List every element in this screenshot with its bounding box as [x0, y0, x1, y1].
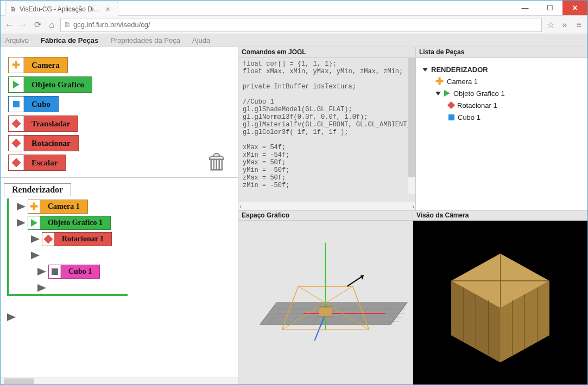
diamond-icon	[43, 235, 53, 244]
chevron-left-icon[interactable]: ‹	[239, 203, 242, 210]
play-icon	[31, 219, 37, 227]
tree-item-rotacionar-1[interactable]: Rotacionar 1	[420, 99, 583, 111]
square-icon	[52, 268, 58, 275]
ws-rotacionar-1[interactable]: Rotacionar 1	[42, 232, 112, 246]
diamond-icon	[11, 119, 21, 129]
object-tree[interactable]: RENDERIZADOR ✚Camera 1 Objeto Grafico 1 …	[416, 58, 587, 210]
forward-icon[interactable]: →	[18, 20, 29, 30]
object-tree-title: Lista de Peças	[416, 47, 587, 58]
close-button[interactable]: ×	[562, 1, 587, 15]
ws-objeto-grafico-1[interactable]: Objeto Grafico 1	[28, 216, 111, 230]
browser-toolbar: ← → ⟳ ⌂ 🗎 gcg.inf.furb.br/visedu/cg/ ☆ »…	[1, 16, 587, 34]
menu-fabrica[interactable]: Fábrica de Peças	[41, 36, 98, 44]
tree-item-objeto-grafico-1[interactable]: Objeto Grafico 1	[420, 87, 583, 99]
ws-camera-1[interactable]: ✚Camera 1	[28, 200, 88, 214]
camera-view-title: Visão da Câmera	[413, 211, 587, 221]
arrow-icon	[37, 284, 46, 292]
address-bar[interactable]: 🗎 gcg.inf.furb.br/visedu/cg/	[60, 18, 542, 32]
piece-objeto-grafico[interactable]: Objeto Grafico	[8, 76, 92, 93]
arrow-icon	[17, 203, 26, 210]
arrow-icon	[37, 268, 46, 275]
caret-down-icon	[435, 92, 441, 95]
code-panel-title: Comandos em JOGL	[238, 47, 415, 58]
diamond-icon	[447, 101, 455, 109]
workspace-scrollbar[interactable]	[1, 377, 238, 384]
file-icon: 🗎	[10, 5, 16, 13]
app-menubar: Arquivo Fábrica de Peças Propriedades da…	[1, 34, 587, 47]
menu-icon[interactable]: ≡	[573, 20, 584, 30]
menu-arquivo[interactable]: Arquivo	[5, 36, 29, 44]
browser-tab[interactable]: 🗎 VisEdu-CG - Aplicação Di… ×	[1, 1, 118, 16]
arrow-icon	[7, 313, 16, 321]
chevron-right-icon[interactable]: ›	[412, 203, 414, 210]
piece-camera[interactable]: ✚Camera	[8, 57, 68, 73]
back-icon[interactable]: ←	[4, 20, 15, 30]
camera-viewport[interactable]	[413, 221, 587, 384]
arrow-icon	[17, 219, 26, 227]
code-area[interactable]: float cor[] = {1, 1, 1}; float xMax, xMi…	[238, 58, 415, 202]
maximize-button[interactable]: ☐	[538, 1, 562, 15]
menu-ajuda[interactable]: Ajuda	[192, 36, 210, 44]
more-icon[interactable]: »	[559, 20, 570, 30]
espaco-grafico-viewport[interactable]	[238, 221, 413, 384]
titlebar: 🗎 VisEdu-CG - Aplicação Di… × — ☐ ×	[1, 1, 587, 16]
piece-escalar[interactable]: Escalar	[8, 155, 66, 171]
renderer-block[interactable]: Renderizador	[4, 183, 71, 196]
url-text: gcg.inf.furb.br/visedu/cg/	[73, 21, 150, 29]
tree-item-cubo-1[interactable]: Cubo 1	[420, 111, 583, 123]
square-icon	[448, 114, 454, 120]
piece-cubo[interactable]: Cubo	[8, 96, 59, 112]
play-icon	[444, 90, 450, 97]
svg-rect-17	[319, 307, 332, 317]
espaco-grafico-title: Espaço Gráfico	[238, 211, 413, 221]
home-icon[interactable]: ⌂	[46, 20, 57, 30]
star-icon[interactable]: ☆	[545, 20, 556, 30]
square-icon	[13, 101, 20, 107]
workspace[interactable]: Renderizador ✚Camera 1 Objeto Grafico 1 …	[1, 179, 238, 377]
piece-palette: ✚Camera Objeto Grafico Cubo Transladar R…	[1, 47, 238, 177]
diamond-icon	[11, 158, 21, 168]
caret-down-icon	[422, 68, 428, 72]
plus-icon: ✚	[435, 75, 444, 87]
ws-cubo-1[interactable]: Cubo 1	[48, 265, 100, 279]
plus-icon: ✚	[30, 201, 38, 213]
arrow-icon	[31, 235, 40, 243]
code-vertical-scrollbar[interactable]	[408, 58, 415, 194]
tree-item-camera-1[interactable]: ✚Camera 1	[420, 75, 583, 87]
minimize-button[interactable]: —	[513, 1, 538, 15]
arrow-icon	[31, 252, 40, 259]
piece-rotacionar[interactable]: Rotacionar	[8, 135, 79, 151]
code-horizontal-scrollbar[interactable]: ‹›	[238, 202, 415, 210]
piece-transladar[interactable]: Transladar	[8, 116, 78, 132]
plus-icon: ✚	[12, 59, 20, 71]
tab-title: VisEdu-CG - Aplicação Di…	[20, 5, 100, 13]
menu-propriedades[interactable]: Propriedades da Peça	[110, 36, 180, 44]
tree-item-renderizador[interactable]: RENDERIZADOR	[420, 63, 583, 75]
app-window: 🗎 VisEdu-CG - Aplicação Di… × — ☐ × ← → …	[0, 0, 588, 385]
close-tab-icon[interactable]: ×	[106, 5, 110, 14]
page-icon: 🗎	[64, 21, 71, 29]
play-icon	[13, 81, 20, 88]
trash-icon[interactable]: 🗑	[206, 150, 228, 174]
reload-icon[interactable]: ⟳	[32, 20, 43, 30]
diamond-icon	[11, 139, 21, 148]
